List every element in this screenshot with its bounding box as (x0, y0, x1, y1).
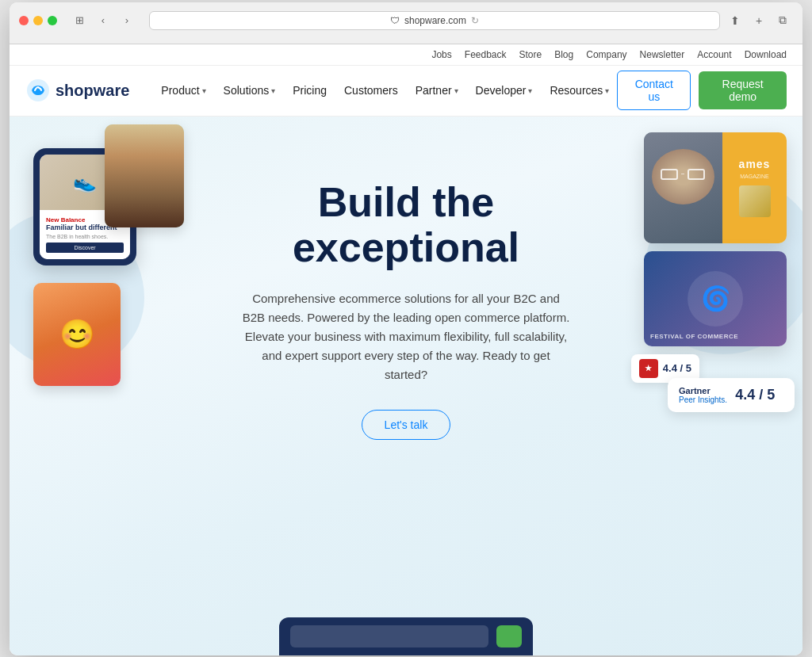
lets-talk-button[interactable]: Let's talk (362, 410, 451, 440)
ames-brand-text: ames (739, 158, 771, 170)
main-nav: shopware Product ▾ Solutions ▾ Pricing C… (10, 66, 802, 117)
shield-icon: 🛡 (390, 15, 400, 26)
preview-action-button (496, 625, 522, 647)
product-chevron-icon: ▾ (202, 86, 206, 95)
hero-title: Build the exceptional (239, 180, 573, 270)
nav-partner[interactable]: Partner ▾ (408, 78, 466, 103)
address-bar-actions: ⬆ + ⧉ (725, 10, 793, 31)
util-nav-download[interactable]: Download (745, 49, 787, 60)
shopware-logo-icon (25, 78, 51, 103)
right-product-card: ames MAGAZINE (644, 132, 787, 243)
gartner-logo: Gartner Peer Insights. (679, 386, 727, 404)
hero-content: Build the exceptional Comprehensive ecom… (224, 117, 588, 472)
website-content: Jobs Feedback Store Blog Company Newslet… (10, 44, 802, 655)
nav-developer[interactable]: Developer ▾ (468, 78, 541, 103)
maximize-button[interactable] (48, 16, 57, 25)
util-nav-store[interactable]: Store (519, 49, 542, 60)
gartner-rating-card: Gartner Peer Insights. 4.4 / 5 (668, 378, 795, 412)
hero-section: ⊞ ✕ 👟 New Balance Familiar but different… (10, 117, 802, 655)
product-card-photo (644, 132, 722, 243)
window-grid-icon[interactable]: ⊞ (70, 12, 89, 29)
close-button[interactable] (19, 16, 29, 25)
util-nav-feedback[interactable]: Feedback (465, 49, 507, 60)
address-bar[interactable]: 🛡 shopware.com ↻ (149, 11, 720, 30)
rating-icon: ★ (639, 359, 658, 378)
util-nav-company[interactable]: Company (586, 49, 626, 60)
share-icon[interactable]: ⬆ (725, 10, 745, 31)
partner-chevron-icon: ▾ (454, 86, 458, 95)
rating-small-value: 4.4 / 5 (663, 362, 691, 374)
contact-us-button[interactable]: Contact us (617, 71, 691, 110)
minimize-button[interactable] (33, 16, 43, 25)
request-demo-button[interactable]: Request demo (699, 71, 787, 109)
logo-text: shopware (56, 82, 129, 100)
util-nav-jobs[interactable]: Jobs (431, 49, 451, 60)
logo[interactable]: shopware (25, 78, 129, 103)
nav-actions: Contact us Request demo (617, 71, 787, 110)
util-nav-blog[interactable]: Blog (554, 49, 573, 60)
product-card-brand: ames MAGAZINE (722, 132, 787, 243)
tabs-icon[interactable]: ⧉ (772, 10, 793, 31)
nav-customers[interactable]: Customers (336, 78, 406, 103)
phone-subtext: The B2B in health shoes. (46, 234, 124, 239)
nav-resources[interactable]: Resources ▾ (542, 78, 617, 103)
nav-pricing[interactable]: Pricing (285, 78, 335, 103)
refresh-icon: ↻ (471, 15, 479, 26)
browser-window: ⊞ ‹ › 🛡 shopware.com ↻ ⬆ + ⧉ Jobs (10, 2, 802, 655)
right-festival-card: 🌀 FESTIVAL OF COMMERCE (644, 251, 787, 346)
url-text: shopware.com (404, 15, 466, 26)
resources-chevron-icon: ▾ (605, 86, 609, 95)
portrait-card-1 (105, 124, 184, 227)
utility-nav: Jobs Feedback Store Blog Company Newslet… (10, 44, 802, 66)
bottom-preview (279, 617, 533, 655)
festival-card-inner: 🌀 FESTIVAL OF COMMERCE (644, 251, 787, 346)
gartner-rating-value: 4.4 / 5 (735, 387, 775, 403)
traffic-lights (19, 16, 57, 25)
back-button[interactable]: ‹ (94, 12, 113, 29)
browser-controls: ⊞ ‹ › (70, 12, 136, 29)
nav-solutions[interactable]: Solutions ▾ (216, 78, 284, 103)
nav-links: Product ▾ Solutions ▾ Pricing Customers … (153, 78, 617, 103)
util-nav-newsletter[interactable]: Newsletter (640, 49, 685, 60)
new-tab-button[interactable]: + (749, 10, 769, 31)
solutions-chevron-icon: ▾ (271, 86, 275, 95)
developer-chevron-icon: ▾ (528, 86, 532, 95)
browser-chrome: ⊞ ‹ › 🛡 shopware.com ↻ ⬆ + ⧉ (10, 2, 802, 44)
hero-subtitle: Comprehensive ecommerce solutions for al… (239, 289, 573, 384)
preview-search-bar (290, 625, 488, 647)
nav-product[interactable]: Product ▾ (153, 78, 213, 103)
forward-button[interactable]: › (117, 12, 136, 29)
util-nav-account[interactable]: Account (697, 49, 731, 60)
phone-cta: Discover (46, 243, 124, 253)
portrait-card-2: 😊 (33, 283, 121, 386)
